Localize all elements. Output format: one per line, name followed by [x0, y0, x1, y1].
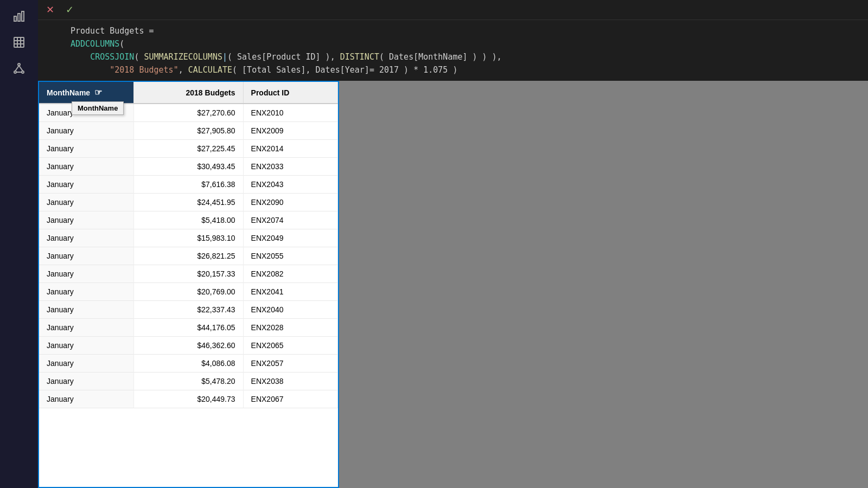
cell-product: ENX2009 — [243, 122, 337, 140]
cell-month: January — [39, 194, 133, 211]
svg-line-11 — [15, 66, 19, 71]
cell-product: ENX2082 — [243, 265, 337, 283]
cell-budget: $20,769.00 — [133, 283, 243, 301]
svg-rect-2 — [22, 11, 24, 21]
cell-month: January — [39, 373, 133, 390]
table-header-row: MonthName ☞ MonthName 2018 Budgets Produ… — [39, 82, 338, 104]
cell-month: January — [39, 158, 133, 176]
cell-month: January — [39, 301, 133, 319]
cell-product: ENX2040 — [243, 301, 337, 319]
cancel-button[interactable]: ✕ — [42, 2, 58, 17]
table-row: January$26,821.25ENX2055 — [39, 247, 338, 265]
gray-background — [339, 81, 868, 488]
cell-month: January — [39, 319, 133, 337]
cell-budget: $46,362.60 — [133, 337, 243, 355]
cell-month: January — [39, 390, 133, 408]
cell-month: January — [39, 140, 133, 158]
cell-product: ENX2041 — [243, 283, 337, 301]
cell-budget: $22,337.43 — [133, 301, 243, 319]
svg-rect-1 — [18, 14, 20, 21]
table-row: January$46,362.60ENX2065 — [39, 337, 338, 355]
table-area: MonthName ☞ MonthName 2018 Budgets Produ… — [38, 81, 868, 488]
table-row: January$24,451.95ENX2090 — [39, 194, 338, 211]
cell-product: ENX2038 — [243, 373, 337, 390]
cell-budget: $44,176.05 — [133, 319, 243, 337]
table-row: January$22,337.43ENX2040 — [39, 301, 338, 319]
main-content: ✕ ✓ Product Budgets = ADDCOLUMNS( CROSSJ… — [38, 0, 868, 488]
formula-content[interactable]: Product Budgets = ADDCOLUMNS( CROSSJOIN(… — [38, 20, 868, 81]
table-row: January$30,493.45ENX2033 — [39, 158, 338, 176]
cell-budget: $27,905.80 — [133, 122, 243, 140]
model-icon[interactable] — [8, 57, 30, 79]
cell-month: January — [39, 283, 133, 301]
cell-budget: $5,478.20 — [133, 373, 243, 390]
cell-budget: $30,493.45 — [133, 158, 243, 176]
data-table-container: MonthName ☞ MonthName 2018 Budgets Produ… — [38, 81, 339, 488]
formula-toolbar: ✕ ✓ — [38, 0, 868, 20]
cell-budget: $7,616.38 — [133, 176, 243, 194]
cell-product: ENX2043 — [243, 176, 337, 194]
confirm-button[interactable]: ✓ — [62, 2, 77, 17]
cursor-icon: ☞ — [94, 87, 102, 98]
table-row: January$15,983.10ENX2049 — [39, 229, 338, 247]
cell-product: ENX2014 — [243, 140, 337, 158]
cell-product: ENX2033 — [243, 158, 337, 176]
monthname-header-label: MonthName — [47, 88, 90, 97]
cell-budget: $15,983.10 — [133, 229, 243, 247]
cell-product: ENX2065 — [243, 337, 337, 355]
table-row: January$4,086.08ENX2057 — [39, 355, 338, 373]
table-row: January$44,176.05ENX2028 — [39, 319, 338, 337]
cell-budget: $27,270.60 — [133, 104, 243, 122]
cell-product: ENX2049 — [243, 229, 337, 247]
cell-month: January — [39, 355, 133, 373]
sidebar — [0, 0, 38, 488]
cell-product: ENX2057 — [243, 355, 337, 373]
cell-product: ENX2090 — [243, 194, 337, 211]
chart-icon[interactable] — [8, 5, 30, 27]
col-header-monthname[interactable]: MonthName ☞ MonthName — [39, 82, 133, 104]
cell-budget: $27,225.45 — [133, 140, 243, 158]
cell-budget: $24,451.95 — [133, 194, 243, 211]
cell-product: ENX2010 — [243, 104, 337, 122]
table-row: January$27,905.80ENX2009 — [39, 122, 338, 140]
cell-budget: $20,157.33 — [133, 265, 243, 283]
cell-month: January — [39, 176, 133, 194]
cell-month: January — [39, 265, 133, 283]
table-row: January$7,616.38ENX2043 — [39, 176, 338, 194]
svg-point-10 — [22, 71, 24, 73]
cell-product: ENX2074 — [243, 211, 337, 229]
cell-month: January — [39, 247, 133, 265]
svg-line-12 — [19, 66, 23, 71]
table-row: January$20,769.00ENX2041 — [39, 283, 338, 301]
cell-month: January — [39, 229, 133, 247]
cell-budget: $5,418.00 — [133, 211, 243, 229]
cell-month: January — [39, 211, 133, 229]
formula-bar: ✕ ✓ Product Budgets = ADDCOLUMNS( CROSSJ… — [38, 0, 868, 81]
cell-budget: $26,821.25 — [133, 247, 243, 265]
cell-product: ENX2055 — [243, 247, 337, 265]
monthname-tooltip: MonthName — [72, 101, 124, 115]
svg-rect-3 — [14, 37, 24, 47]
table-row: January$20,449.73ENX2067 — [39, 390, 338, 408]
table-row: January$27,225.45ENX2014 — [39, 140, 338, 158]
table-row: January$5,478.20ENX2038 — [39, 373, 338, 390]
cell-budget: $20,449.73 — [133, 390, 243, 408]
cell-budget: $4,086.08 — [133, 355, 243, 373]
table-row: January$5,418.00ENX2074 — [39, 211, 338, 229]
svg-point-9 — [14, 71, 16, 73]
svg-point-8 — [18, 63, 20, 66]
cell-product: ENX2067 — [243, 390, 337, 408]
cell-product: ENX2028 — [243, 319, 337, 337]
data-table: MonthName ☞ MonthName 2018 Budgets Produ… — [39, 82, 338, 408]
table-row: January$20,157.33ENX2082 — [39, 265, 338, 283]
cell-month: January — [39, 337, 133, 355]
svg-rect-0 — [14, 16, 16, 21]
cell-month: January — [39, 122, 133, 140]
col-header-budgets[interactable]: 2018 Budgets — [133, 82, 243, 104]
table-icon[interactable] — [8, 31, 30, 53]
col-header-productid[interactable]: Product ID — [243, 82, 337, 104]
